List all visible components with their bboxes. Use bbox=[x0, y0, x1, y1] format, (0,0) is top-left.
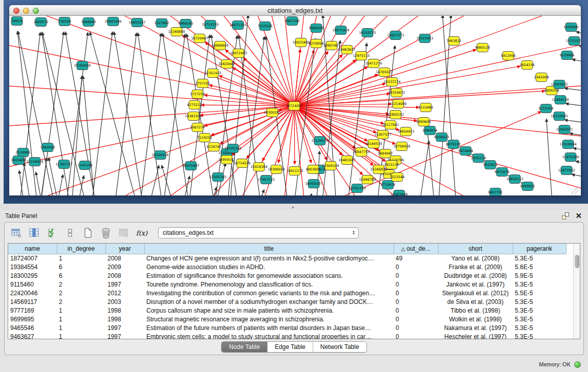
table-row[interactable]: 1830029562008Estimation of significance … bbox=[8, 271, 573, 280]
node-table: namein_degreeyeartitle△out_de...shortpag… bbox=[8, 243, 580, 339]
float-panel-icon[interactable] bbox=[562, 212, 569, 220]
graph-edge bbox=[42, 32, 71, 195]
table-row[interactable]: 1938455462009Genome-wide association stu… bbox=[8, 262, 573, 271]
graph-node-label: 12444138 bbox=[552, 98, 569, 102]
graph-node-label: 18306034 bbox=[268, 167, 285, 171]
graph-node-label: 1654334 bbox=[520, 63, 535, 67]
tab-network-table[interactable]: Network Table bbox=[313, 342, 366, 352]
table-cell: Estimation of the future numbers of pati… bbox=[144, 323, 394, 332]
table-cell: Stergiakouli et al. (2012) bbox=[438, 289, 513, 297]
table-settings-icon[interactable]: ⚙ bbox=[10, 226, 23, 239]
table-row[interactable]: 2242004622012Investigating the contribut… bbox=[8, 289, 573, 297]
column-chooser-icon[interactable] bbox=[28, 226, 41, 239]
table-row[interactable]: 911546021997Tourette syndrome. Phenomeno… bbox=[8, 280, 573, 289]
table-cell: Tibbo et al. (1998) bbox=[438, 306, 513, 315]
table-cell: 1 bbox=[57, 315, 105, 323]
network-graph[interactable]: 1841624055727305343088043206914061665325… bbox=[9, 16, 581, 195]
table-cell: 2 bbox=[57, 297, 105, 306]
graph-node-label: 25160650 bbox=[74, 63, 91, 68]
graph-node-label: 15692971 bbox=[556, 127, 573, 132]
graph-edge bbox=[40, 32, 64, 195]
table-cell: 5.3E-5 bbox=[513, 297, 566, 306]
graph-node-label: 10807487 bbox=[323, 43, 340, 48]
graph-node-label: 14705027 bbox=[376, 70, 393, 74]
table-cell: 2 bbox=[57, 280, 105, 289]
column-header-name[interactable]: name bbox=[8, 244, 57, 254]
graph-node-label: 10025488 bbox=[292, 40, 309, 45]
column-header-pagerank[interactable]: pagerank bbox=[513, 244, 566, 254]
table-cell-filler bbox=[566, 332, 573, 339]
table-header-row[interactable]: namein_degreeyeartitle△out_de...shortpag… bbox=[8, 244, 573, 254]
new-table-icon[interactable] bbox=[81, 226, 95, 239]
graph-node-label: 16210643 bbox=[551, 114, 568, 118]
table-cell: Estimation of significance thresholds fo… bbox=[144, 271, 394, 280]
graph-node-label: 3067274 bbox=[190, 125, 205, 129]
graph-node-label: 1595800 bbox=[564, 25, 579, 29]
table-cell: 2008 bbox=[105, 271, 144, 280]
column-header-out_de[interactable]: △out_de... bbox=[394, 244, 438, 254]
function-builder-icon[interactable]: f(x) bbox=[135, 226, 148, 239]
graph-edge bbox=[579, 46, 581, 48]
table-row[interactable]: 946554611997Estimation of the future num… bbox=[8, 323, 573, 332]
import-table-icon-disabled bbox=[117, 226, 130, 239]
graph-node-label: 19412175 bbox=[286, 169, 303, 173]
table-cell: Wolkin et al. (1998) bbox=[438, 315, 513, 323]
graph-edge bbox=[17, 31, 37, 195]
column-header-in_degree[interactable]: in_degree bbox=[57, 244, 105, 254]
panel-splitter[interactable]: ▴ bbox=[0, 204, 588, 210]
graph-edge bbox=[72, 76, 82, 195]
table-cell: 0 bbox=[394, 280, 438, 289]
scrollbar-thumb[interactable] bbox=[575, 255, 579, 268]
graph-node-label: 16782759 bbox=[349, 186, 365, 190]
table-cell: Embryonic stem cells: a model to study s… bbox=[144, 332, 394, 339]
graph-edge bbox=[90, 32, 137, 195]
close-window-button[interactable] bbox=[13, 8, 19, 14]
graph-node-label: 11675300 bbox=[562, 155, 579, 159]
table-cell: Disruption of a novel member of a sodium… bbox=[144, 297, 394, 306]
tab-edge-table[interactable]: Edge Table bbox=[267, 342, 313, 352]
close-panel-icon[interactable]: ✕ bbox=[575, 212, 582, 220]
graph-node-label: 19756928 bbox=[393, 144, 410, 148]
graph-node-label: 12214090 bbox=[389, 102, 406, 106]
table-selector-dropdown[interactable]: citations_edges.txt ▲▼ bbox=[158, 227, 359, 238]
table-cell: Yano et al. (2008) bbox=[438, 254, 513, 262]
show-columns-checklist-icon[interactable] bbox=[46, 226, 59, 239]
table-row[interactable]: 1456911722003Disruption of a novel membe… bbox=[8, 297, 573, 306]
table-cell: 22420046 bbox=[8, 289, 57, 297]
column-header-year[interactable]: year bbox=[105, 244, 144, 254]
table-cell: Jankovic et al. (1997) bbox=[438, 280, 513, 289]
graph-edge bbox=[576, 161, 581, 163]
table-row[interactable]: 1872400712008Changes of HCN gene express… bbox=[8, 254, 573, 262]
tab-node-table[interactable]: Node Table bbox=[222, 342, 267, 352]
network-canvas[interactable]: 1841624055727305343088043206914061665325… bbox=[9, 16, 581, 195]
memory-status-label: Memory: OK bbox=[539, 361, 571, 367]
graph-node-label: 30975887 bbox=[182, 164, 199, 168]
graph-node-label: 10714536 bbox=[233, 161, 250, 165]
app-edge bbox=[0, 0, 4, 204]
splitter-grip-icon[interactable]: ▴ bbox=[292, 204, 294, 209]
table-panel-body: ⚙ f(x) citations_edges.txt ▲▼ namein_deg… bbox=[4, 222, 584, 355]
graph-node-label: 16671355 bbox=[229, 23, 246, 27]
table-row[interactable]: 946362711997Embryonic stem cells: a mode… bbox=[8, 332, 573, 339]
table-cell: 0 bbox=[394, 271, 438, 280]
graph-node-label: 9457791 bbox=[488, 190, 503, 194]
table-row[interactable]: 977716911998Corpus callosum shape and si… bbox=[8, 306, 573, 315]
network-window-titlebar[interactable]: citations_edges.txt bbox=[9, 5, 581, 16]
table-cell: Nakamura et al. (1997) bbox=[438, 323, 513, 332]
dropdown-arrows-icon: ▲▼ bbox=[352, 230, 355, 235]
row-toggle-icon[interactable] bbox=[63, 226, 77, 239]
graph-node-label: 19015953 bbox=[416, 36, 433, 40]
table-cell: 1998 bbox=[105, 315, 144, 323]
minimize-window-button[interactable] bbox=[23, 8, 29, 14]
table-cell: Changes of HCN gene expression and I(f) … bbox=[144, 254, 394, 262]
table-row[interactable]: 969969511998Structural magnetic resonanc… bbox=[8, 315, 573, 323]
table-vertical-scrollbar[interactable] bbox=[573, 244, 580, 339]
zoom-window-button[interactable] bbox=[33, 8, 39, 14]
table-cell: 2012 bbox=[105, 289, 144, 297]
table-cell: 9115460 bbox=[8, 280, 57, 289]
graph-edge bbox=[138, 33, 163, 195]
column-header-title[interactable]: title bbox=[144, 244, 394, 254]
delete-rows-trash-icon[interactable] bbox=[99, 226, 113, 239]
column-header-short[interactable]: short bbox=[438, 244, 513, 254]
graph-node-label: 18724007 bbox=[286, 104, 302, 108]
